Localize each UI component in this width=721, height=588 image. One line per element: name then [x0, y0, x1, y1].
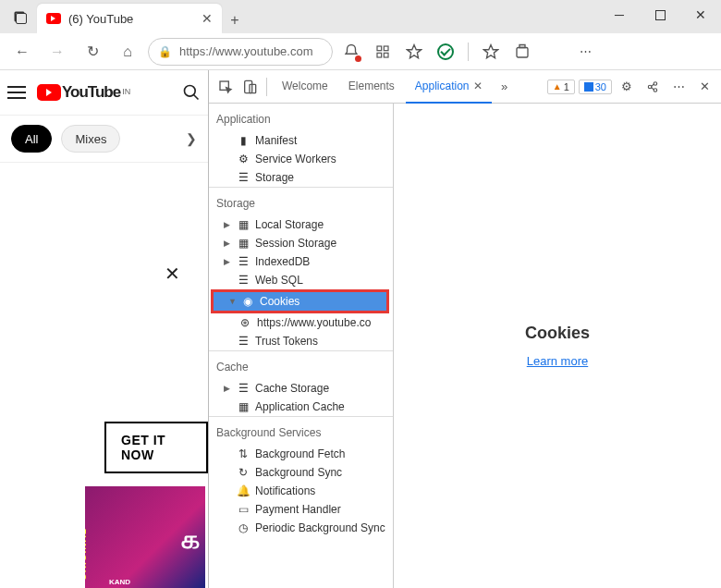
devtools-sidebar[interactable]: Application ▮Manifest ⚙Service Workers ☰… — [209, 104, 394, 588]
svg-line-6 — [194, 95, 199, 100]
clock-sync-icon: ◷ — [237, 521, 250, 534]
svg-rect-3 — [384, 53, 388, 57]
close-devtools-button[interactable]: ✕ — [693, 76, 715, 98]
cookie-icon: ◉ — [241, 295, 254, 308]
sidebar-item-app-cache[interactable]: ▦Application Cache — [209, 398, 393, 416]
yt-header: YouTube IN — [0, 70, 208, 115]
sidebar-item-service-workers[interactable]: ⚙Service Workers — [209, 150, 393, 168]
chip-scroll-right[interactable]: ❯ — [186, 131, 197, 146]
grammarly-icon[interactable] — [433, 39, 458, 65]
separator — [266, 78, 267, 96]
database-icon: ☰ — [237, 274, 250, 287]
section-bg-services: Background Services — [209, 417, 393, 445]
youtube-brand-text: YouTube — [62, 83, 120, 102]
bell-icon: 🔔 — [237, 484, 250, 497]
devtools-panel: Welcome Elements Application✕ » ▲1 30 ⚙ … — [208, 70, 721, 588]
browser-tab[interactable]: (6) YouTube ✕ — [37, 4, 222, 33]
back-button[interactable]: ← — [7, 37, 37, 67]
tab-welcome[interactable]: Welcome — [273, 70, 337, 104]
search-icon[interactable] — [182, 83, 201, 102]
sidebar-item-cookies[interactable]: ▼◉Cookies — [214, 292, 386, 311]
tab-close-icon[interactable]: ✕ — [473, 80, 483, 92]
learn-more-link[interactable]: Learn more — [527, 354, 588, 368]
thumbnail-kand: KAND — [109, 578, 130, 586]
card-icon: ▭ — [237, 503, 250, 516]
maximize-button[interactable] — [640, 0, 680, 30]
sidebar-item-websql[interactable]: ☰Web SQL — [209, 271, 393, 289]
sidebar-item-indexeddb[interactable]: ▶☰IndexedDB — [209, 252, 393, 271]
dismiss-banner-button[interactable]: ✕ — [165, 263, 180, 285]
sidebar-item-periodic-sync[interactable]: ◷Periodic Background Sync — [209, 519, 393, 537]
collections-icon[interactable] — [509, 39, 535, 65]
more-tabs-icon[interactable]: » — [494, 76, 516, 98]
favorites-icon[interactable] — [401, 39, 427, 65]
home-button[interactable]: ⌂ — [113, 37, 142, 67]
devtools-main-pane: Cookies Learn more — [394, 104, 721, 588]
minimize-button[interactable]: ─ — [599, 0, 640, 30]
sidebar-item-storage-app[interactable]: ☰Storage — [209, 168, 393, 187]
tab-overview-button[interactable] — [6, 4, 37, 33]
messages-badge[interactable]: 30 — [579, 80, 612, 94]
sidebar-item-bg-fetch[interactable]: ⇅Background Fetch — [209, 445, 393, 463]
close-window-button[interactable]: ✕ — [680, 0, 721, 30]
tab-application[interactable]: Application✕ — [406, 70, 492, 104]
svg-line-14 — [652, 87, 654, 89]
extensions-icon[interactable] — [370, 39, 396, 65]
more-menu-button[interactable]: ⋯ — [572, 39, 598, 65]
inspect-element-icon[interactable] — [214, 76, 237, 98]
sidebar-item-local-storage[interactable]: ▶▦Local Storage — [209, 215, 393, 234]
sidebar-item-cookie-origin[interactable]: ⊛https://www.youtube.co — [209, 313, 393, 332]
new-tab-button[interactable]: + — [222, 7, 248, 33]
feedback-icon[interactable] — [642, 76, 664, 98]
database-icon: ☰ — [237, 335, 250, 348]
svg-rect-1 — [384, 46, 388, 51]
tab-close-button[interactable]: ✕ — [202, 11, 213, 26]
sidebar-item-manifest[interactable]: ▮Manifest — [209, 131, 393, 150]
favorite-star-icon[interactable] — [478, 39, 504, 65]
sidebar-item-bg-sync[interactable]: ↻Background Sync — [209, 463, 393, 482]
warnings-badge[interactable]: ▲1 — [547, 80, 575, 94]
sidebar-item-notifications[interactable]: 🔔Notifications — [209, 482, 393, 500]
page-content: YouTube IN All Mixes ❯ ✕ GET IT NOW ORIG… — [0, 70, 208, 588]
sync-icon: ↻ — [237, 466, 250, 479]
chip-all[interactable]: All — [11, 125, 52, 153]
grid-icon: ▦ — [237, 218, 250, 231]
address-bar: ← → ↻ ⌂ 🔒 https://www.youtube.com ⋯ — [0, 33, 721, 70]
section-application: Application — [209, 104, 393, 131]
youtube-region: IN — [122, 87, 130, 96]
database-icon: ☰ — [237, 171, 250, 184]
devtools-tab-bar: Welcome Elements Application✕ » ▲1 30 ⚙ … — [209, 70, 721, 104]
sidebar-item-payment-handler[interactable]: ▭Payment Handler — [209, 500, 393, 519]
section-storage: Storage — [209, 188, 393, 215]
svg-rect-0 — [377, 46, 382, 51]
document-icon: ▮ — [237, 134, 250, 147]
database-icon: ☰ — [237, 255, 250, 268]
tab-elements[interactable]: Elements — [339, 70, 404, 104]
url-field[interactable]: 🔒 https://www.youtube.com — [148, 38, 333, 66]
reload-button[interactable]: ↻ — [78, 37, 107, 67]
hamburger-icon[interactable] — [7, 86, 26, 99]
device-toggle-icon[interactable] — [238, 76, 261, 98]
svg-rect-2 — [377, 53, 382, 57]
settings-icon[interactable]: ⚙ — [616, 76, 638, 98]
notifications-icon[interactable] — [338, 39, 364, 65]
sidebar-item-session-storage[interactable]: ▶▦Session Storage — [209, 234, 393, 252]
svg-point-12 — [654, 88, 657, 92]
window-titlebar: (6) YouTube ✕ + ─ ✕ — [0, 0, 721, 33]
sidebar-item-trust-tokens[interactable]: ☰Trust Tokens — [209, 332, 393, 350]
chip-mixes[interactable]: Mixes — [61, 125, 120, 153]
tab-title: (6) YouTube — [68, 12, 133, 26]
video-thumbnail[interactable]: ORIGINAL க KAND — [85, 486, 205, 588]
get-it-now-button[interactable]: GET IT NOW — [104, 422, 208, 473]
transfer-icon: ⇅ — [237, 447, 250, 460]
grid-icon: ▦ — [237, 237, 250, 250]
more-options-icon[interactable]: ⋯ — [667, 76, 690, 98]
url-text: https://www.youtube.com — [179, 44, 313, 58]
youtube-play-icon — [37, 84, 61, 101]
youtube-logo[interactable]: YouTube IN — [37, 83, 130, 102]
gear-icon: ⚙ — [237, 153, 250, 165]
profile-avatar[interactable] — [541, 39, 567, 65]
sidebar-item-cache-storage[interactable]: ▶☰Cache Storage — [209, 379, 393, 398]
section-cache: Cache — [209, 351, 393, 379]
svg-point-11 — [654, 81, 657, 85]
